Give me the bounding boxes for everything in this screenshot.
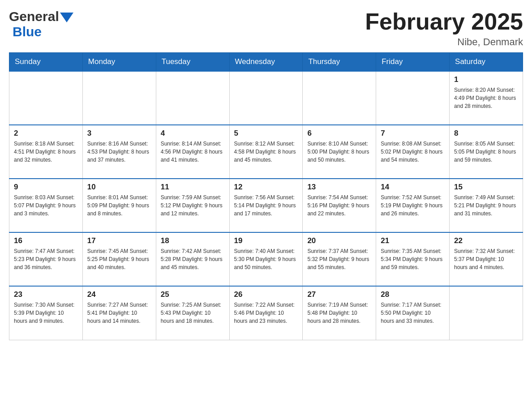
calendar-cell: 13Sunrise: 7:54 AM Sunset: 5:16 PM Dayli…: [303, 179, 376, 232]
day-header-friday: Friday: [376, 53, 450, 72]
day-info: Sunrise: 7:45 AM Sunset: 5:25 PM Dayligh…: [87, 247, 151, 271]
logo-general-text: General: [9, 9, 59, 24]
calendar-table: SundayMondayTuesdayWednesdayThursdayFrid…: [9, 52, 523, 340]
day-info: Sunrise: 7:32 AM Sunset: 5:37 PM Dayligh…: [454, 247, 518, 271]
day-number: 6: [307, 129, 371, 138]
day-info: Sunrise: 7:17 AM Sunset: 5:50 PM Dayligh…: [381, 301, 445, 325]
calendar-cell: 1Sunrise: 8:20 AM Sunset: 4:49 PM Daylig…: [450, 71, 523, 125]
calendar-cell: 27Sunrise: 7:19 AM Sunset: 5:48 PM Dayli…: [303, 286, 376, 340]
calendar-cell: 14Sunrise: 7:52 AM Sunset: 5:19 PM Dayli…: [376, 179, 450, 232]
calendar-cell: [9, 71, 83, 125]
day-number: 25: [161, 290, 225, 299]
day-number: 1: [454, 75, 518, 84]
day-number: 15: [454, 183, 518, 192]
svg-marker-0: [60, 13, 73, 22]
day-info: Sunrise: 7:52 AM Sunset: 5:19 PM Dayligh…: [381, 193, 445, 218]
calendar-cell: 24Sunrise: 7:27 AM Sunset: 5:41 PM Dayli…: [82, 286, 156, 340]
day-info: Sunrise: 7:49 AM Sunset: 5:21 PM Dayligh…: [454, 193, 518, 218]
day-info: Sunrise: 7:42 AM Sunset: 5:28 PM Dayligh…: [161, 247, 225, 271]
day-number: 20: [307, 236, 371, 245]
day-number: 4: [161, 129, 225, 138]
calendar-cell: 20Sunrise: 7:37 AM Sunset: 5:32 PM Dayli…: [303, 232, 376, 286]
day-info: Sunrise: 7:40 AM Sunset: 5:30 PM Dayligh…: [234, 247, 298, 271]
day-info: Sunrise: 7:54 AM Sunset: 5:16 PM Dayligh…: [307, 193, 371, 218]
day-number: 18: [161, 236, 225, 245]
day-header-thursday: Thursday: [303, 53, 376, 72]
day-info: Sunrise: 8:08 AM Sunset: 5:02 PM Dayligh…: [381, 140, 445, 164]
calendar-cell: 22Sunrise: 7:32 AM Sunset: 5:37 PM Dayli…: [450, 232, 523, 286]
calendar-cell: 6Sunrise: 8:10 AM Sunset: 5:00 PM Daylig…: [303, 125, 376, 179]
day-number: 17: [87, 236, 151, 245]
calendar-cell: [82, 71, 156, 125]
calendar-cell: 10Sunrise: 8:01 AM Sunset: 5:09 PM Dayli…: [82, 179, 156, 232]
calendar-cell: 4Sunrise: 8:14 AM Sunset: 4:56 PM Daylig…: [156, 125, 229, 179]
calendar-cell: 18Sunrise: 7:42 AM Sunset: 5:28 PM Dayli…: [156, 232, 229, 286]
day-info: Sunrise: 7:37 AM Sunset: 5:32 PM Dayligh…: [307, 247, 371, 271]
day-number: 23: [14, 290, 78, 299]
calendar-cell: 25Sunrise: 7:25 AM Sunset: 5:43 PM Dayli…: [156, 286, 229, 340]
day-info: Sunrise: 8:05 AM Sunset: 5:05 PM Dayligh…: [454, 140, 518, 164]
calendar-cell: 17Sunrise: 7:45 AM Sunset: 5:25 PM Dayli…: [82, 232, 156, 286]
day-info: Sunrise: 7:22 AM Sunset: 5:46 PM Dayligh…: [234, 301, 298, 325]
day-info: Sunrise: 7:47 AM Sunset: 5:23 PM Dayligh…: [14, 247, 78, 271]
day-number: 12: [234, 183, 298, 192]
day-info: Sunrise: 7:25 AM Sunset: 5:43 PM Dayligh…: [161, 301, 225, 325]
day-number: 28: [381, 290, 445, 299]
day-info: Sunrise: 7:27 AM Sunset: 5:41 PM Dayligh…: [87, 301, 151, 325]
calendar-cell: [376, 71, 450, 125]
day-number: 27: [307, 290, 371, 299]
calendar-cell: 23Sunrise: 7:30 AM Sunset: 5:39 PM Dayli…: [9, 286, 83, 340]
day-number: 21: [381, 236, 445, 245]
calendar-cell: [303, 71, 376, 125]
day-number: 13: [307, 183, 371, 192]
week-row-1: 1Sunrise: 8:20 AM Sunset: 4:49 PM Daylig…: [9, 71, 523, 125]
day-info: Sunrise: 8:01 AM Sunset: 5:09 PM Dayligh…: [87, 193, 151, 218]
day-number: 7: [381, 129, 445, 138]
day-info: Sunrise: 7:35 AM Sunset: 5:34 PM Dayligh…: [381, 247, 445, 271]
calendar-cell: 3Sunrise: 8:16 AM Sunset: 4:53 PM Daylig…: [82, 125, 156, 179]
calendar-cell: 5Sunrise: 8:12 AM Sunset: 4:58 PM Daylig…: [229, 125, 303, 179]
day-number: 5: [234, 129, 298, 138]
calendar-cell: 19Sunrise: 7:40 AM Sunset: 5:30 PM Dayli…: [229, 232, 303, 286]
calendar-cell: 15Sunrise: 7:49 AM Sunset: 5:21 PM Dayli…: [450, 179, 523, 232]
calendar-cell: 2Sunrise: 8:18 AM Sunset: 4:51 PM Daylig…: [9, 125, 83, 179]
day-number: 14: [381, 183, 445, 192]
day-number: 3: [87, 129, 151, 138]
day-info: Sunrise: 7:19 AM Sunset: 5:48 PM Dayligh…: [307, 301, 371, 325]
calendar-cell: 7Sunrise: 8:08 AM Sunset: 5:02 PM Daylig…: [376, 125, 450, 179]
day-header-monday: Monday: [82, 53, 156, 72]
day-info: Sunrise: 8:03 AM Sunset: 5:07 PM Dayligh…: [14, 193, 78, 218]
day-info: Sunrise: 8:10 AM Sunset: 5:00 PM Dayligh…: [307, 140, 371, 164]
logo-blue-text: Blue: [13, 24, 42, 39]
calendar-cell: 8Sunrise: 8:05 AM Sunset: 5:05 PM Daylig…: [450, 125, 523, 179]
day-info: Sunrise: 7:30 AM Sunset: 5:39 PM Dayligh…: [14, 301, 78, 325]
calendar-cell: [450, 286, 523, 340]
calendar-cell: 16Sunrise: 7:47 AM Sunset: 5:23 PM Dayli…: [9, 232, 83, 286]
day-header-sunday: Sunday: [9, 53, 83, 72]
calendar-cell: 26Sunrise: 7:22 AM Sunset: 5:46 PM Dayli…: [229, 286, 303, 340]
calendar-cell: 11Sunrise: 7:59 AM Sunset: 5:12 PM Dayli…: [156, 179, 229, 232]
day-number: 2: [14, 129, 78, 138]
calendar-cell: 9Sunrise: 8:03 AM Sunset: 5:07 PM Daylig…: [9, 179, 83, 232]
day-number: 11: [161, 183, 225, 192]
location: Nibe, Denmark: [365, 36, 523, 48]
day-info: Sunrise: 8:18 AM Sunset: 4:51 PM Dayligh…: [14, 140, 78, 164]
day-info: Sunrise: 8:12 AM Sunset: 4:58 PM Dayligh…: [234, 140, 298, 164]
day-number: 10: [87, 183, 151, 192]
day-info: Sunrise: 8:14 AM Sunset: 4:56 PM Dayligh…: [161, 140, 225, 164]
day-info: Sunrise: 7:59 AM Sunset: 5:12 PM Dayligh…: [161, 193, 225, 218]
title-section: February 2025 Nibe, Denmark: [365, 9, 523, 48]
day-number: 26: [234, 290, 298, 299]
day-info: Sunrise: 8:16 AM Sunset: 4:53 PM Dayligh…: [87, 140, 151, 164]
day-number: 22: [454, 236, 518, 245]
calendar-cell: 28Sunrise: 7:17 AM Sunset: 5:50 PM Dayli…: [376, 286, 450, 340]
calendar-cell: 12Sunrise: 7:56 AM Sunset: 5:14 PM Dayli…: [229, 179, 303, 232]
month-title: February 2025: [365, 9, 523, 34]
week-row-2: 2Sunrise: 8:18 AM Sunset: 4:51 PM Daylig…: [9, 125, 523, 179]
day-number: 9: [14, 183, 78, 192]
calendar-cell: 21Sunrise: 7:35 AM Sunset: 5:34 PM Dayli…: [376, 232, 450, 286]
day-info: Sunrise: 8:20 AM Sunset: 4:49 PM Dayligh…: [454, 86, 518, 110]
page-header: General Blue February 2025 Nibe, Denmark: [9, 9, 523, 48]
week-row-4: 16Sunrise: 7:47 AM Sunset: 5:23 PM Dayli…: [9, 232, 523, 286]
calendar-cell: [229, 71, 303, 125]
